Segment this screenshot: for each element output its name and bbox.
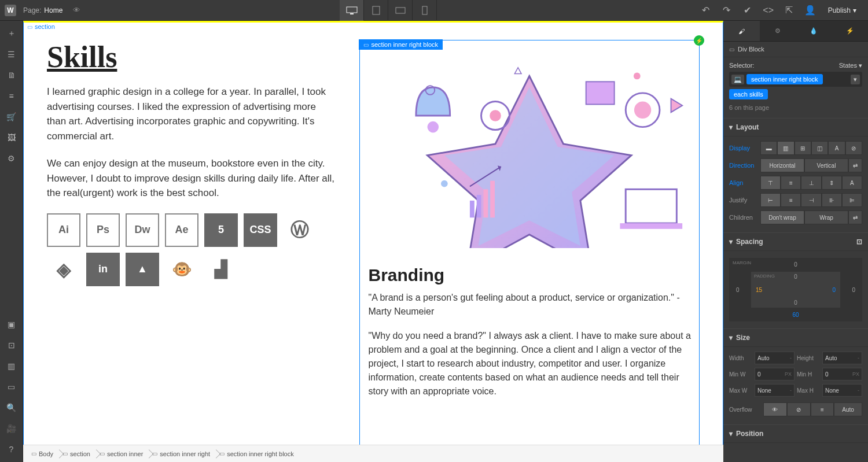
spacing-section-header[interactable]: ▾ Spacing ⊡ [723,232,868,251]
navigator-icon[interactable]: ☰ [0,45,23,64]
tab-effects-icon[interactable]: ⚡ [832,21,869,41]
section-outline-label[interactable]: ▭ section [25,23,57,31]
ecommerce-icon[interactable]: 🛒 [0,108,23,126]
minh-input[interactable]: 0PX [822,368,862,380]
device-mobile-icon[interactable] [413,0,437,21]
justify-end-icon[interactable]: ⊣ [801,193,821,207]
skill-icon-analytics[interactable]: ▟ [204,253,238,286]
height-input[interactable]: Auto- [822,352,862,364]
breadcrumb-item-block[interactable]: ▭section inner right block [216,450,300,457]
selector-menu-icon[interactable]: ▾ [851,75,860,84]
justify-around-icon[interactable]: ⊫ [842,193,862,207]
padding-bottom[interactable]: 0 [794,300,797,306]
margin-top[interactable]: 0 [794,261,797,268]
breadcrumb-item-right[interactable]: ▭section inner right [149,450,216,457]
maxw-input[interactable]: None- [755,384,795,397]
align-center-icon[interactable]: ≡ [781,176,801,190]
width-input[interactable]: Auto- [755,352,795,364]
margin-bottom[interactable]: 60 [792,312,799,318]
overflow-auto[interactable]: Auto [834,402,862,416]
skill-icon-html5[interactable]: 5 [204,213,238,247]
justify-center-icon[interactable]: ≡ [781,193,801,207]
overflow-hidden-icon[interactable]: ⊘ [787,402,811,416]
skill-icon-ps[interactable]: Ps [86,213,120,247]
justify-start-icon[interactable]: ⊢ [760,193,781,207]
skill-icon-keynote[interactable]: ▲ [126,253,159,286]
display-grid-icon[interactable]: ⊞ [795,141,811,155]
align-start-icon[interactable]: ⊤ [760,176,781,190]
spacing-expand-icon[interactable]: ⊡ [856,238,862,246]
direction-vertical[interactable]: Vertical [804,158,848,172]
padding-left[interactable]: 15 [756,287,762,293]
help-icon[interactable]: ? [0,440,23,459]
xray-icon[interactable]: ▥ [0,357,23,375]
align-stretch-icon[interactable]: ⇕ [822,176,842,190]
undo-icon[interactable]: ↶ [696,0,716,21]
skills-heading[interactable]: Skills [47,40,336,74]
grid-overlay-icon[interactable]: ⊡ [0,336,23,354]
margin-right[interactable]: 0 [852,287,855,293]
assets-icon[interactable]: 🖼 [0,128,23,147]
display-block-icon[interactable]: ▬ [760,141,777,155]
selector-input[interactable]: 💻 section inner right block ▾ [729,72,862,87]
states-dropdown[interactable]: States ▾ [839,62,862,69]
children-reverse-icon[interactable]: ⇄ [848,210,862,224]
direction-horizontal[interactable]: Horizontal [760,158,804,172]
device-desktop-icon[interactable] [340,0,364,21]
publish-button[interactable]: Publish ▾ [821,6,863,14]
justify-between-icon[interactable]: ⊪ [822,193,842,207]
page-name[interactable]: Home [44,6,62,14]
section-right-column[interactable]: ▭ section inner right block ⚡ [359,40,700,427]
display-none-icon[interactable]: ⊘ [845,141,862,155]
audit-icon[interactable]: ▣ [0,315,23,334]
device-tablet-icon[interactable] [364,0,388,21]
padding-right[interactable]: 0 [832,287,836,293]
maxh-input[interactable]: None- [822,384,862,397]
size-section-header[interactable]: ▾ Size [723,328,868,347]
tab-settings-gear-icon[interactable]: ⚙ [760,21,796,41]
pages-icon[interactable]: 🗎 [0,66,23,84]
redo-icon[interactable]: ↷ [717,0,737,21]
skill-icon-wordpress[interactable]: Ⓦ [283,213,317,247]
spacing-editor[interactable]: MARGIN 0 0 0 60 PADDING 0 15 0 0 [729,258,862,321]
skill-icon-css[interactable]: CSS [244,213,277,247]
breadcrumb-item-inner[interactable]: ▭section inner [96,450,149,457]
skills-paragraph-1[interactable]: I learned graphic design in a college fo… [47,84,336,143]
align-baseline-icon[interactable]: A [842,176,862,190]
video-tutorial-icon[interactable]: 🎥 [0,419,23,438]
margin-left[interactable]: 0 [736,287,740,293]
share-person-icon[interactable]: 👤 [800,0,820,21]
skill-icon-ai[interactable]: Ai [47,213,80,247]
preview-eye-icon[interactable]: 👁 [73,6,80,14]
align-end-icon[interactable]: ⊥ [801,176,821,190]
class-tag-2[interactable]: each skills [729,89,768,99]
device-tablet-landscape-icon[interactable] [388,0,413,21]
skill-icon-invision[interactable]: in [86,253,120,286]
tab-style-brush-icon[interactable]: 🖌 [723,21,760,41]
skill-icon-ae[interactable]: Ae [165,213,198,247]
children-wrap[interactable]: Wrap [804,210,848,224]
code-icon[interactable]: <> [759,0,778,21]
export-icon[interactable]: ⇱ [779,0,799,21]
selection-label[interactable]: ▭ section inner right block [359,39,443,50]
children-nowrap[interactable]: Don't wrap [760,210,804,224]
tab-interactions-icon[interactable]: 💧 [796,21,832,41]
skill-icon-sketch[interactable]: ◈ [47,253,80,286]
skills-paragraph-2[interactable]: We can enjoy design at the museum, books… [47,156,336,201]
overflow-visible-icon[interactable]: 👁 [763,402,787,416]
guides-icon[interactable]: ▭ [0,378,23,396]
breadcrumb-item-section[interactable]: ▭section [59,450,96,457]
breadcrumb-item-body[interactable]: ▭Body [28,450,59,457]
webflow-logo-icon[interactable]: W [5,5,16,16]
canvas[interactable]: ▭ section Skills I learned graphic desig… [23,21,723,445]
display-inlineblock-icon[interactable]: ◫ [811,141,828,155]
search-icon[interactable]: 🔍 [0,398,23,417]
cms-icon[interactable]: ≡ [0,87,23,105]
skill-icon-mailchimp[interactable]: 🐵 [165,253,198,286]
direction-reverse-icon[interactable]: ⇄ [848,158,862,172]
class-tag-1[interactable]: section inner right block [746,74,823,84]
minw-input[interactable]: 0PX [755,368,795,380]
branding-illustration[interactable] [359,40,700,248]
add-element-icon[interactable]: ＋ [0,24,23,43]
padding-top[interactable]: 0 [794,273,797,280]
